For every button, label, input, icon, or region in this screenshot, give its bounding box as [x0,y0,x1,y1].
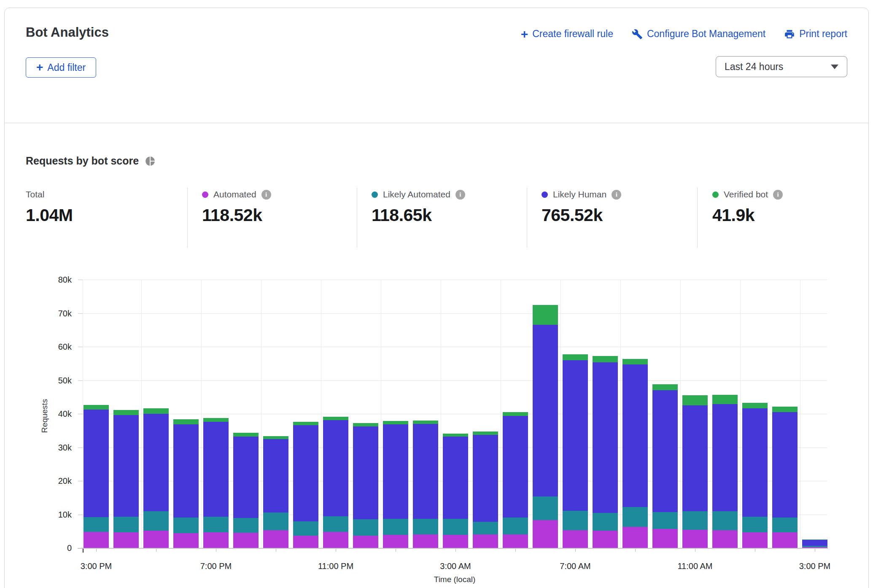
x-tick-mark [635,549,636,552]
bar-segment-automated [473,534,498,548]
action-label: Print report [799,28,847,40]
gridline-vertical [680,280,681,548]
y-tick-label: 50k [5,375,78,385]
bar-segment-likely-automated [323,516,348,532]
bar-segment-likely-human [173,424,199,518]
bar-segment-likely-automated [383,519,408,535]
bar-segment-automated [413,534,438,548]
bar-segment-likely-human [203,422,229,517]
x-tick-mark [276,549,276,552]
bar-10-00-pm[interactable] [293,422,318,548]
x-tick-mark [96,549,97,552]
bar-segment-likely-human [473,435,498,522]
bar-segment-likely-automated [233,518,259,533]
bar-segment-likely-automated [84,517,109,532]
bar-segment-likely-human [742,408,768,517]
bar-4-00-am[interactable] [473,432,498,548]
bar-7-00-am[interactable] [563,354,588,548]
bar-11-00-am[interactable] [682,395,708,548]
y-tick-mark [78,347,83,347]
bar-6-00-am[interactable] [533,305,558,548]
bar-3-00-pm[interactable] [84,405,109,548]
print-report-link[interactable]: Print report [784,28,847,40]
gridline-vertical [261,280,261,548]
bar-segment-likely-automated [652,512,678,529]
x-tick-mark [156,549,156,552]
bar-3-00-pm[interactable] [802,539,827,548]
bar-segment-automated [742,532,768,548]
y-tick-label: 10k [5,510,78,519]
bar-segment-verified-bot [742,403,768,409]
bar-segment-automated [622,527,648,548]
bar-segment-automated [113,532,139,548]
stat-likely-human-value: 765.52k [542,205,621,225]
stat-verified-bot-value: 41.9k [712,205,783,225]
gridline-horizontal [83,280,827,280]
bar-segment-likely-automated [113,517,139,532]
automated-dot [202,192,208,198]
stat-verified-bot: Verified bot i 41.9k [712,189,783,225]
bar-segment-likely-human [113,415,139,517]
gridline-vertical [201,280,202,548]
x-tick-mark [815,549,815,552]
x-axis-title: Time (local) [434,575,476,584]
info-icon[interactable]: i [612,190,621,200]
y-tick-label: 0 [5,543,78,553]
add-filter-button[interactable]: + Add filter [26,57,96,78]
bar-10-00-am[interactable] [652,384,678,548]
header-actions: +Create firewall ruleConfigure Bot Manag… [521,28,847,40]
bar-segment-automated [203,532,229,548]
y-tick-mark [78,414,83,414]
bar-segment-verified-bot [473,432,498,435]
stat-total-value: 1.04M [26,205,73,225]
bar-segment-automated [293,536,318,548]
bar-segment-likely-human [772,412,798,518]
bar-8-00-pm[interactable] [233,433,259,548]
bar-segment-likely-automated [143,511,169,531]
bar-2-00-am[interactable] [413,421,438,548]
stat-divider [357,188,357,248]
info-icon[interactable]: i [773,190,783,200]
y-tick-label: 80k [5,275,78,285]
bar-segment-automated [712,530,738,548]
bot-analytics-card: Bot Analytics +Create firewall ruleConfi… [4,8,869,588]
info-icon[interactable]: i [261,190,271,200]
bar-segment-verified-bot [113,410,139,415]
bar-8-00-am[interactable] [593,356,618,548]
bar-11-00-pm[interactable] [323,417,348,548]
bar-3-00-am[interactable] [443,434,468,548]
bot-score-chart: Requests 010k20k30k40k50k60k70k80k3:00 P… [5,280,869,588]
bar-segment-likely-human [383,424,408,519]
bar-5-00-pm[interactable] [143,408,169,548]
bar-12-00-pm[interactable] [712,395,738,548]
bar-segment-likely-human [503,416,528,518]
bar-segment-automated [173,533,199,548]
gridline-vertical [501,280,501,548]
bar-6-00-pm[interactable] [173,419,199,548]
bar-segment-likely-automated [173,518,199,533]
create-firewall-rule-link[interactable]: +Create firewall rule [521,28,613,40]
bar-9-00-pm[interactable] [263,436,288,548]
y-tick-label: 60k [5,342,78,352]
x-tick-mark [396,549,396,552]
bar-segment-automated [383,535,408,548]
bar-5-00-am[interactable] [503,412,528,548]
bar-12-00-am[interactable] [353,423,378,548]
bar-segment-automated [593,531,618,548]
bar-segment-verified-bot [682,395,708,405]
bar-1-00-am[interactable] [383,421,408,548]
x-tick-label: 3:00 AM [430,561,481,571]
x-tick-mark [336,549,336,552]
time-range-select[interactable]: Last 24 hours [716,56,847,77]
gridline-vertical [141,280,142,548]
bar-segment-verified-bot [563,354,588,360]
bar-segment-verified-bot [293,422,318,425]
configure-bot-management-link[interactable]: Configure Bot Management [632,28,765,40]
bar-1-00-pm[interactable] [742,403,768,548]
bar-9-00-am[interactable] [622,359,648,548]
bar-2-00-pm[interactable] [772,407,798,548]
info-icon[interactable]: i [455,190,465,200]
bar-4-00-pm[interactable] [113,410,139,548]
bar-7-00-pm[interactable] [203,418,229,548]
stat-likely-automated-value: 118.65k [372,205,465,225]
